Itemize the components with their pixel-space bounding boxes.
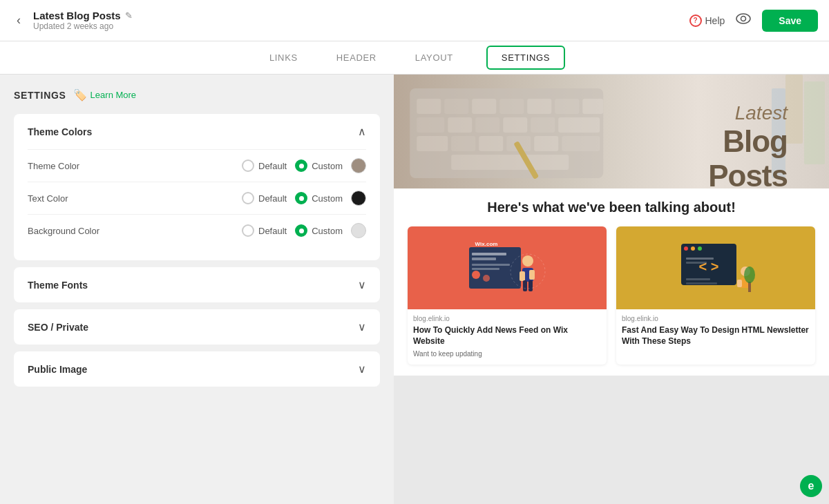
- svg-rect-12: [475, 117, 499, 133]
- text-color-label: Text Color: [28, 193, 68, 204]
- bg-color-label: Background Color: [28, 226, 99, 236]
- theme-colors-accordion: Theme Colors ∧ Theme Color Default Custo…: [14, 114, 380, 260]
- public-image-header[interactable]: Public Image ∨: [14, 351, 380, 387]
- theme-colors-title: Theme Colors: [28, 126, 92, 137]
- bg-color-custom-label: Custom: [312, 226, 343, 236]
- learn-more-label: Learn More: [90, 90, 136, 100]
- code-illustration: < >: [616, 226, 815, 309]
- text-color-custom-radio[interactable]: [295, 192, 307, 204]
- svg-rect-6: [499, 99, 524, 114]
- left-panel: SETTINGS 🏷️ Learn More Theme Colors ∧ Th…: [0, 75, 394, 504]
- page-subtitle: Updated 2 weeks ago: [33, 21, 133, 31]
- text-color-default-radio[interactable]: [242, 192, 254, 204]
- bg-color-default-group: Default: [242, 224, 287, 237]
- svg-rect-18: [479, 136, 503, 151]
- tab-header[interactable]: HEADER: [331, 50, 382, 66]
- svg-rect-48: [686, 262, 707, 264]
- preview-button[interactable]: [736, 13, 751, 28]
- hero-latest: Latest: [708, 102, 788, 124]
- svg-rect-47: [686, 258, 714, 260]
- title-block: Latest Blog Posts ✎ Updated 2 weeks ago: [33, 10, 133, 31]
- bg-color-swatch[interactable]: [351, 223, 366, 238]
- svg-rect-20: [534, 136, 558, 151]
- page-title: Latest Blog Posts: [33, 10, 121, 21]
- svg-rect-30: [472, 264, 510, 266]
- theme-color-custom-radio[interactable]: [295, 159, 307, 172]
- card-title-1: How To Quickly Add News Feed on Wix Webs…: [413, 325, 601, 347]
- svg-rect-54: [748, 282, 751, 292]
- theme-color-default-group: Default: [242, 159, 287, 172]
- svg-point-0: [736, 14, 750, 23]
- svg-rect-29: [472, 258, 496, 260]
- svg-point-34: [522, 255, 533, 266]
- tab-links[interactable]: LINKS: [264, 50, 303, 66]
- help-label: Help: [705, 15, 725, 26]
- settings-header: SETTINGS 🏷️ Learn More: [14, 88, 380, 101]
- text-color-default-label: Default: [258, 193, 287, 204]
- public-image-title: Public Image: [28, 364, 87, 375]
- svg-point-44: [691, 246, 695, 251]
- svg-rect-50: [686, 282, 717, 284]
- code-svg: < >: [671, 233, 761, 302]
- svg-rect-37: [529, 270, 535, 280]
- learn-more-link[interactable]: 🏷️ Learn More: [73, 88, 136, 101]
- svg-rect-28: [472, 253, 506, 255]
- svg-rect-24: [785, 75, 803, 144]
- tab-settings[interactable]: SETTINGS: [486, 46, 565, 70]
- settings-title: SETTINGS: [14, 90, 66, 101]
- bg-color-custom-group: Custom: [295, 224, 343, 237]
- svg-rect-49: [686, 278, 710, 280]
- header-right: ? Help Save: [689, 10, 819, 32]
- svg-rect-31: [472, 268, 499, 270]
- theme-fonts-header[interactable]: Theme Fonts ∨: [14, 267, 380, 302]
- blog-hero: Latest Blog Posts: [394, 75, 829, 188]
- hero-blog: Blog: [708, 124, 788, 159]
- bg-color-default-radio[interactable]: [242, 224, 254, 237]
- theme-colors-header[interactable]: Theme Colors ∧: [14, 114, 380, 149]
- seo-private-header[interactable]: SEO / Private ∨: [14, 309, 380, 345]
- bg-color-row: Background Color Default Custom: [28, 214, 366, 246]
- card-source-2: blog.elink.io: [622, 315, 810, 322]
- theme-fonts-chevron: ∨: [358, 278, 366, 291]
- hero-posts: Posts: [708, 159, 788, 188]
- save-button[interactable]: Save: [762, 10, 818, 32]
- learn-more-icon: 🏷️: [73, 88, 87, 101]
- edit-icon[interactable]: ✎: [125, 10, 133, 21]
- text-color-swatch[interactable]: [351, 191, 366, 206]
- text-color-default-group: Default: [242, 192, 287, 204]
- theme-color-swatch[interactable]: [351, 158, 366, 173]
- seo-private-chevron: ∨: [358, 320, 366, 333]
- blog-card-2: < >: [616, 226, 815, 365]
- theme-color-label: Theme Color: [28, 161, 79, 171]
- svg-rect-36: [520, 271, 525, 281]
- svg-rect-3: [417, 99, 441, 114]
- theme-color-default-label: Default: [258, 161, 287, 171]
- svg-rect-5: [472, 99, 496, 114]
- bg-color-options: Default Custom: [242, 223, 366, 238]
- seo-private-title: SEO / Private: [28, 322, 88, 333]
- top-header: ‹ Latest Blog Posts ✎ Updated 2 weeks ag…: [0, 0, 829, 41]
- help-button[interactable]: ? Help: [689, 14, 725, 27]
- card-meta-2: blog.elink.io Fast And Easy Way To Desig…: [616, 309, 815, 355]
- elink-logo: e: [800, 475, 822, 497]
- back-button[interactable]: ‹: [11, 10, 26, 30]
- card-excerpt-1: Want to keep updating: [413, 349, 601, 359]
- seo-private-accordion: SEO / Private ∨: [14, 309, 380, 345]
- card-image-2: < >: [616, 226, 815, 309]
- svg-text:Wix.com: Wix.com: [475, 241, 498, 247]
- svg-rect-8: [555, 99, 579, 114]
- theme-color-default-radio[interactable]: [242, 159, 254, 172]
- bg-color-custom-radio[interactable]: [295, 224, 307, 237]
- svg-rect-14: [531, 117, 555, 133]
- theme-colors-body: Theme Color Default Custom: [14, 149, 380, 260]
- tab-layout[interactable]: LAYOUT: [410, 50, 459, 66]
- help-icon: ?: [689, 14, 702, 27]
- svg-text:< >: < >: [699, 259, 719, 274]
- svg-rect-17: [451, 136, 475, 151]
- svg-point-55: [744, 266, 755, 283]
- svg-rect-10: [417, 117, 444, 133]
- svg-rect-39: [528, 280, 533, 291]
- text-color-custom-label: Custom: [312, 193, 343, 204]
- text-color-options: Default Custom: [242, 191, 366, 206]
- keyboard-decoration: [394, 75, 633, 188]
